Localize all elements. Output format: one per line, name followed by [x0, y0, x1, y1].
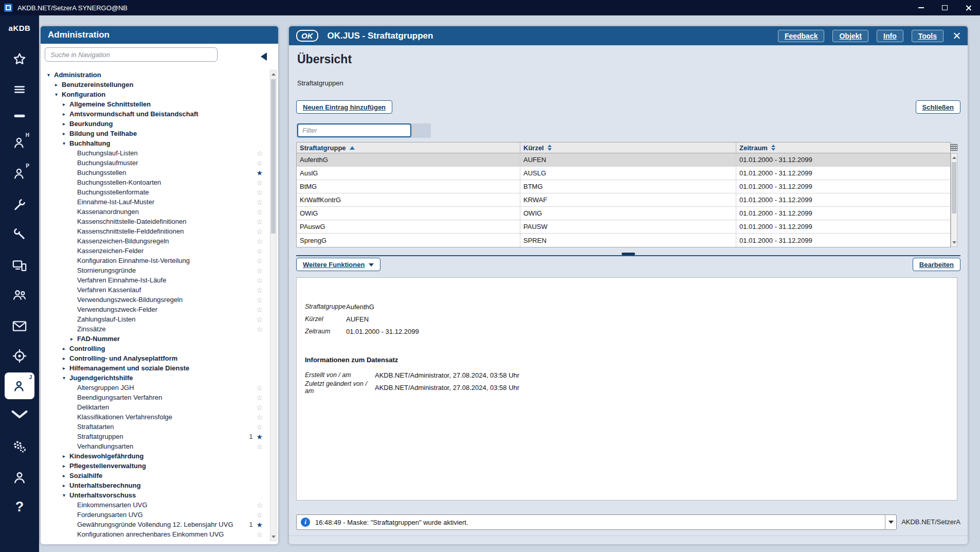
chevron-down-icon[interactable] — [7, 402, 32, 427]
favorite-star-icon[interactable]: ☆ — [256, 257, 263, 264]
favorite-star-icon[interactable]: ☆ — [256, 247, 263, 255]
maximize-button[interactable] — [933, 0, 956, 15]
splitter-handle[interactable] — [622, 253, 635, 255]
favorite-star-icon[interactable]: ☆ — [256, 443, 263, 450]
favorite-star-icon[interactable]: ☆ — [256, 208, 263, 216]
tree-item-deliktarten[interactable]: Deliktarten☆ — [41, 402, 269, 412]
tree-collapse-icon[interactable]: ▾ — [63, 492, 69, 498]
tree-expand-icon[interactable]: ▸ — [63, 463, 69, 469]
tree-item-konfiguration-einnahme-ist-verteilung[interactable]: Konfiguration Einnahme-Ist-Verteilung☆ — [41, 256, 269, 265]
more-functions-button[interactable]: Weitere Funktionen — [296, 258, 380, 271]
column-header-straftatgruppe[interactable]: Straftatgruppe — [297, 143, 520, 153]
help-icon[interactable]: ? — [7, 494, 32, 519]
favorite-star-icon[interactable]: ★ — [256, 521, 263, 528]
people-icon[interactable] — [7, 282, 32, 307]
pipe-wrench-icon[interactable] — [7, 222, 32, 246]
favorite-star-icon[interactable]: ☆ — [256, 179, 263, 186]
column-settings-icon[interactable] — [951, 144, 957, 150]
tree-collapse-icon[interactable]: ▾ — [63, 140, 69, 146]
tree-item-sozialhilfe[interactable]: ▸Sozialhilfe — [41, 471, 269, 480]
tree-item-fad-nummer[interactable]: ▸FAD-Nummer — [41, 334, 269, 344]
tree-expand-icon[interactable]: ▸ — [70, 336, 77, 342]
table-row[interactable]: OWiGOWIG01.01.2000 - 31.12.2099 — [297, 207, 950, 220]
tree-item-buchungslaufmuster[interactable]: Buchungslaufmuster☆ — [41, 158, 269, 168]
tree-collapse-icon[interactable]: ▾ — [55, 92, 62, 97]
tree-expand-icon[interactable]: ▸ — [63, 365, 69, 371]
person-icon[interactable] — [7, 465, 32, 490]
devices-icon[interactable] — [7, 253, 32, 278]
tree-item-unterhaltsvorschuss[interactable]: ▾Unterhaltsvorschuss — [41, 490, 269, 500]
favorite-star-icon[interactable]: ☆ — [256, 218, 263, 225]
header-button-objekt[interactable]: Objekt — [832, 30, 868, 42]
tree-item-straftatarten[interactable]: Straftatarten☆ — [41, 422, 269, 432]
favorite-star-icon[interactable]: ☆ — [256, 316, 263, 323]
tree-expand-icon[interactable]: ▸ — [63, 121, 69, 127]
tree-item-buchhaltung[interactable]: ▾Buchhaltung — [41, 138, 269, 148]
minimize-button[interactable] — [909, 0, 933, 15]
tree-item-administration[interactable]: ▾Administration — [41, 70, 269, 80]
favorite-star-icon[interactable]: ☆ — [256, 423, 263, 431]
favorite-star-icon[interactable]: ☆ — [256, 228, 263, 235]
header-button-tools[interactable]: Tools — [912, 30, 943, 42]
table-scrollbar[interactable] — [951, 153, 957, 247]
tree-item-controlling-und-analyseplattform[interactable]: ▸Controlling- und Analyseplattform — [41, 353, 269, 363]
favorite-star-icon[interactable]: ☆ — [256, 277, 263, 284]
table-scroll-down-icon[interactable] — [951, 239, 957, 246]
tree-item-buchungslauf-listen[interactable]: Buchungslauf-Listen☆ — [41, 148, 269, 158]
tree-item-gew-hrungsgr-nde-vollendung-12-lebensjahr-uvg[interactable]: Gewährungsgründe Vollendung 12. Lebensja… — [41, 520, 269, 529]
tree-item-buchungsstellenformate[interactable]: Buchungsstellenformate☆ — [41, 187, 269, 197]
favorite-star-icon[interactable]: ☆ — [256, 531, 263, 538]
close-view-button[interactable]: Schließen — [916, 100, 960, 114]
tree-item-verhandlungsarten[interactable]: Verhandlungsarten☆ — [41, 441, 269, 451]
tree-item-kassenzeichen-felder[interactable]: Kassenzeichen-Felder☆ — [41, 246, 269, 256]
header-button-info[interactable]: Info — [877, 30, 903, 42]
favorite-star-icon[interactable]: ☆ — [256, 306, 263, 313]
gears-icon[interactable] — [7, 434, 32, 459]
tree-item-amtsvormundschaft-und-beistandschaft[interactable]: ▸Amtsvormundschaft und Beistandschaft — [41, 109, 269, 119]
splitter[interactable] — [296, 252, 960, 257]
tree-item-verfahren-einnahme-ist-l-ufe[interactable]: Verfahren Einnahme-Ist-Läufe☆ — [41, 275, 269, 285]
nav-scrollbar[interactable] — [270, 70, 277, 541]
tree-item-kassenanordnungen[interactable]: Kassenanordnungen☆ — [41, 207, 269, 217]
favorite-star-icon[interactable]: ☆ — [256, 296, 263, 304]
tree-item-pflegestellenverwaltung[interactable]: ▸Pflegestellenverwaltung — [41, 461, 269, 471]
menu-icon[interactable] — [7, 77, 32, 102]
favorite-star-icon[interactable]: ★ — [256, 433, 263, 440]
tree-item-controlling[interactable]: ▸Controlling — [41, 344, 269, 353]
scroll-up-icon[interactable] — [270, 70, 276, 78]
nav-scrollbar-thumb[interactable] — [271, 79, 276, 234]
tree-item-zahlungslauf-listen[interactable]: Zahlungslauf-Listen☆ — [41, 314, 269, 324]
tree-item-stornierungsgr-nde[interactable]: Stornierungsgründe☆ — [41, 265, 269, 275]
favorite-star-icon[interactable]: ☆ — [256, 394, 263, 401]
tree-item-klassifikationen-verfahrensfolge[interactable]: Klassifikationen Verfahrensfolge☆ — [41, 412, 269, 422]
tree-item-beurkundung[interactable]: ▸Beurkundung — [41, 119, 269, 129]
filter-input[interactable] — [297, 123, 411, 137]
favorite-star-icon[interactable]: ☆ — [256, 414, 263, 421]
tree-expand-icon[interactable]: ▸ — [63, 483, 69, 488]
tree-expand-icon[interactable]: ▸ — [63, 346, 69, 351]
tree-expand-icon[interactable]: ▸ — [63, 355, 69, 361]
tree-item-einnahme-ist-lauf-muster[interactable]: Einnahme-Ist-Lauf-Muster☆ — [41, 197, 269, 207]
tree-item-konfiguration[interactable]: ▾Konfiguration — [41, 90, 269, 99]
favorite-star-icon[interactable]: ★ — [256, 169, 263, 176]
tree-item-verwendungszweck-felder[interactable]: Verwendungszweck-Felder☆ — [41, 305, 269, 314]
table-row[interactable]: SprengGSPREN01.01.2000 - 31.12.2099 — [297, 234, 950, 247]
tree-collapse-icon[interactable]: ▾ — [63, 375, 69, 381]
tree-item-konfigurationen-anrechenbares-einkommen-uvg[interactable]: Konfigurationen anrechenbares Einkommen … — [41, 529, 269, 539]
panel-close-button[interactable] — [953, 32, 960, 40]
table-row[interactable]: PAuswGPAUSW01.01.2000 - 31.12.2099 — [297, 220, 950, 234]
favorite-star-icon[interactable]: ☆ — [256, 267, 263, 274]
star-icon[interactable] — [7, 47, 32, 72]
tree-expand-icon[interactable]: ▸ — [63, 473, 69, 478]
tree-collapse-icon[interactable]: ▾ — [47, 72, 54, 78]
favorite-star-icon[interactable]: ☆ — [256, 287, 263, 294]
tree-item-kassenschnittstelle-felddefinitionen[interactable]: Kassenschnittstelle-Felddefinitionen☆ — [41, 226, 269, 236]
tree-item-forderungsarten-uvg[interactable]: Forderungsarten UVG☆ — [41, 510, 269, 520]
person-p-icon[interactable]: P — [7, 161, 32, 186]
table-row[interactable]: AuslGAUSLG01.01.2000 - 31.12.2099 — [297, 167, 950, 180]
column-header-zeitraum[interactable]: Zeitraum — [736, 143, 951, 153]
target-icon[interactable] — [7, 344, 32, 368]
tree-expand-icon[interactable]: ▸ — [55, 82, 62, 87]
favorite-star-icon[interactable]: ☆ — [256, 384, 263, 391]
add-entry-button[interactable]: Neuen Eintrag hinzufügen — [296, 100, 392, 114]
